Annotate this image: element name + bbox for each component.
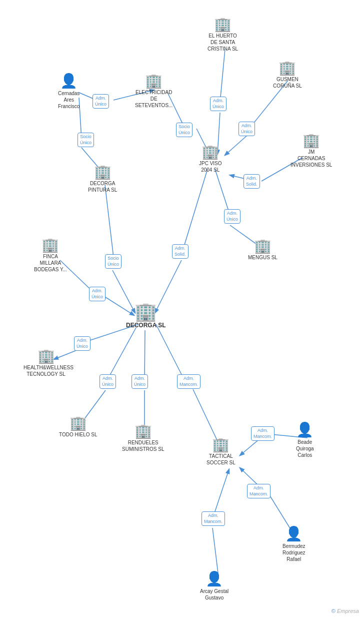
building-icon: 🏢 — [202, 145, 219, 159]
badge-adm-unico-5: Adm.Único — [89, 287, 106, 301]
watermark: © Empresa — [332, 608, 359, 614]
gusmen-label: GUSMENCORUÑA SL — [273, 76, 302, 89]
jpc-viso-node: 🏢 JPC VISO2004 SL — [199, 145, 222, 173]
gusmen-node: 🏢 GUSMENCORUÑA SL — [273, 61, 302, 89]
tactical-soccer-node: 🏢 TACTICALSOCCER SL — [206, 438, 236, 466]
person-icon: 👤 — [60, 73, 78, 89]
building-icon: 🏢 — [38, 349, 55, 363]
building-icon: 🏢 — [214, 18, 232, 32]
finca-millara-label: FINCAMILLARABODEGAS Y... — [34, 253, 67, 273]
main-node: 🏢 DECORGA SL — [126, 303, 166, 330]
building-icon: 🏢 — [145, 74, 162, 88]
person-icon: 👤 — [285, 525, 302, 542]
el-huerto-label: EL HUERTODE SANTACRISTINA SL — [208, 33, 238, 52]
badge-adm-solid-1: Adm.Solid. — [244, 174, 260, 189]
todo-hielo-label: TODO HIELO SL — [59, 431, 98, 438]
arcay-person-node: 👤 Arcay GestalGustavo — [200, 570, 228, 601]
badge-adm-mancom-1: Adm.Mancom. — [177, 374, 200, 389]
badge-adm-mancom-4: Adm.Mancom. — [202, 511, 225, 526]
svg-line-6 — [220, 49, 225, 103]
svg-line-22 — [106, 328, 136, 381]
svg-line-9 — [225, 135, 248, 155]
badge-adm-mancom-2: Adm.Mancom. — [251, 426, 274, 441]
bermudez-label: BermudezRodriguezRafael — [282, 543, 306, 562]
building-icon: 🏢 — [302, 134, 320, 148]
badge-adm-solid-2: Adm.Solid. — [172, 244, 188, 259]
el-huerto-node: 🏢 EL HUERTODE SANTACRISTINA SL — [208, 18, 238, 52]
svg-line-12 — [215, 169, 230, 215]
electricidad-node: 🏢 ELECTRICIDADDESETEVENTOS... — [135, 74, 172, 109]
rendueles-label: RENDUELESSUMINISTROS SL — [122, 439, 164, 452]
rendueles-node: 🏢 RENDUELESSUMINISTROS SL — [122, 424, 164, 452]
tactical-soccer-label: TACTICALSOCCER SL — [206, 453, 236, 466]
badge-adm-unico-6: Adm.Único — [74, 336, 90, 351]
electricidad-label: ELECTRICIDADDESETEVENTOS... — [135, 89, 172, 109]
badge-adm-unico-4: Adm.Único — [224, 209, 240, 224]
mengus-node: 🏢 MENGUS SL — [248, 239, 278, 261]
badge-adm-mancom-3: Adm.Mancom. — [247, 484, 270, 498]
badge-adm-unico-7: Adm.Único — [100, 374, 116, 389]
main-node-label: DECORGA SL — [126, 322, 166, 330]
beade-label: BeadeQuirogaCarlos — [296, 439, 314, 458]
building-icon: 🏢 — [70, 416, 87, 430]
corporate-diagram: 🏢 DECORGA SL 🏢 DECORGAPINTURA SL 🏢 JPC V… — [0, 0, 364, 618]
health-label: HEALTH&WELLNESSTECNOLOGY SL — [24, 364, 68, 377]
svg-line-14 — [182, 169, 208, 251]
svg-line-16 — [105, 185, 114, 261]
building-icon: 🏢 — [254, 239, 272, 253]
bermudez-person-node: 👤 BermudezRodriguezRafael — [282, 525, 306, 562]
cernadas-label: CernadasAresFrancisco — [58, 90, 80, 110]
svg-line-26 — [156, 324, 185, 381]
connection-lines — [0, 0, 364, 618]
building-icon: 🏢 — [134, 424, 152, 438]
badge-adm-unico-2: Adm.Único — [210, 97, 226, 111]
jpc-viso-label: JPC VISO2004 SL — [199, 160, 222, 173]
building-icon: 🏢 — [278, 61, 296, 75]
beade-person-node: 👤 BeadeQuirogaCarlos — [296, 421, 314, 458]
todo-hielo-node: 🏢 TODO HIELO SL — [59, 416, 98, 438]
badge-socio-unico-1: SocioÚnico — [78, 133, 94, 147]
main-building-icon: 🏢 — [134, 303, 157, 321]
building-icon: 🏢 — [42, 238, 59, 252]
jm-cernadas-node: 🏢 JMCERNADASINVERSIONES SL — [290, 134, 332, 168]
health-node: 🏢 HEALTH&WELLNESSTECNOLOGY SL — [24, 349, 68, 377]
mengus-label: MENGUS SL — [248, 254, 278, 261]
building-icon: 🏢 — [94, 165, 112, 179]
building-icon: 🏢 — [212, 438, 230, 452]
person-icon: 👤 — [206, 570, 223, 587]
badge-adm-unico-8: Adm.Único — [132, 374, 148, 389]
person-icon: 👤 — [296, 421, 314, 438]
jm-cernadas-label: JMCERNADASINVERSIONES SL — [290, 149, 332, 168]
finca-millara-node: 🏢 FINCAMILLARABODEGAS Y... — [34, 238, 67, 273]
cernadas-person-node: 👤 CernadasAresFrancisco — [58, 73, 80, 110]
badge-adm-unico-3: Adm.Único — [238, 122, 255, 136]
badge-adm-unico-1: Adm.Único — [92, 94, 109, 109]
decorga-pintura-node: 🏢 DECORGAPINTURA SL — [88, 165, 117, 193]
decorga-pintura-label: DECORGAPINTURA SL — [88, 180, 117, 193]
badge-socio-unico-2: SocioÚnico — [176, 123, 192, 137]
badge-socio-unico-3: SocioÚnico — [105, 254, 122, 269]
arcay-label: Arcay GestalGustavo — [200, 588, 228, 601]
svg-line-24 — [144, 330, 145, 381]
svg-line-32 — [212, 528, 218, 577]
